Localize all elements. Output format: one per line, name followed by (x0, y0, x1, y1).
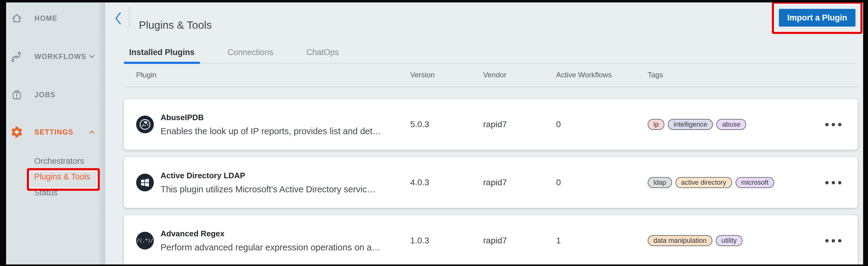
sidebar-item-settings[interactable]: SETTINGS (10, 123, 102, 141)
plugin-cell: /(.*)/ Advanced Regex Perform advanced r… (136, 229, 410, 252)
plugin-name: Active Directory LDAP (160, 171, 376, 180)
windows-logo (136, 174, 154, 191)
plugin-list: AbuseIPDB Enables the look up of IP repo… (105, 2, 863, 264)
sidebar-item-label: HOME (34, 15, 57, 23)
plugin-name: AbuseIPDB (160, 113, 381, 122)
sub-item-label: Plugins & Tools (34, 172, 90, 182)
sub-item-label: Orchestrators (34, 157, 84, 166)
row-menu-ellipsis-button[interactable] (816, 115, 850, 134)
table-row[interactable]: AbuseIPDB Enables the look up of IP repo… (124, 99, 858, 150)
plugin-version: 5.0.3 (410, 119, 483, 129)
regex-logo: /(.*)/ (136, 232, 154, 249)
tag-pill: intelligence (668, 119, 713, 130)
tag-pill: data manipulation (648, 235, 712, 246)
sidebar-item-label: SETTINGS (34, 128, 73, 136)
plugin-cell: Active Directory LDAP This plugin utiliz… (136, 171, 410, 194)
table-row[interactable]: /(.*)/ Advanced Regex Perform advanced r… (124, 215, 858, 264)
plugin-vendor: rapid7 (483, 178, 556, 187)
app-window: HOME WORKFLOWS (6, 2, 863, 264)
active-workflows-count: 1 (556, 236, 648, 245)
active-workflows-count: 0 (556, 178, 648, 187)
plugin-cell: AbuseIPDB Enables the look up of IP repo… (136, 113, 410, 136)
workflows-icon (10, 50, 24, 63)
tags-cell: data manipulationutility (648, 235, 816, 246)
sidebar-item-jobs[interactable]: JOBS (10, 86, 102, 104)
sidebar-item-plugins-tools[interactable]: Plugins & Tools (34, 169, 90, 184)
active-workflows-count: 0 (556, 119, 648, 129)
sidebar-item-label: WORKFLOWS (34, 53, 86, 61)
settings-gear-icon (10, 125, 24, 139)
row-menu-ellipsis-button[interactable] (816, 174, 850, 192)
plugin-vendor: rapid7 (483, 119, 556, 129)
plugin-description: Enables the look up of IP reports, provi… (160, 126, 381, 136)
plugin-version: 1.0.3 (410, 236, 483, 245)
main-content: Plugins & Tools Import a Plugin Installe… (105, 2, 863, 264)
chevron-down-icon (89, 54, 95, 59)
sidebar-item-label: JOBS (34, 91, 56, 99)
plugin-vendor: rapid7 (483, 236, 556, 245)
tag-pill: abuse (716, 119, 746, 130)
chevron-up-icon (89, 130, 95, 134)
sidebar-item-orchestrators[interactable]: Orchestrators (34, 154, 84, 168)
sub-item-label: Status (34, 188, 58, 197)
import-plugin-button[interactable]: Import a Plugin (779, 9, 856, 27)
sidebar-item-workflows[interactable]: WORKFLOWS (10, 47, 102, 66)
tag-pill: active directory (675, 177, 732, 188)
tag-pill: ip (648, 119, 664, 130)
sidebar: HOME WORKFLOWS (6, 2, 105, 264)
abuseipdb-logo (136, 115, 154, 133)
tags-cell: ipintelligenceabuse (648, 119, 816, 130)
tag-pill: ldap (648, 177, 672, 188)
row-menu-ellipsis-button[interactable] (816, 232, 850, 250)
plugin-description: This plugin utilizes Microsoft's Active … (160, 184, 376, 194)
jobs-icon (10, 88, 24, 102)
tag-pill: microsoft (736, 177, 774, 188)
plugin-description: Perform advanced regular expression oper… (160, 242, 380, 252)
table-row[interactable]: Active Directory LDAP This plugin utiliz… (124, 157, 858, 208)
tag-pill: utility (716, 235, 743, 246)
plugin-version: 4.0.3 (410, 178, 483, 187)
plugin-name: Advanced Regex (160, 229, 380, 238)
sidebar-item-status[interactable]: Status (34, 185, 58, 200)
tags-cell: ldapactive directorymicrosoft (648, 177, 816, 188)
home-icon (10, 11, 24, 25)
sidebar-item-home[interactable]: HOME (10, 9, 102, 28)
